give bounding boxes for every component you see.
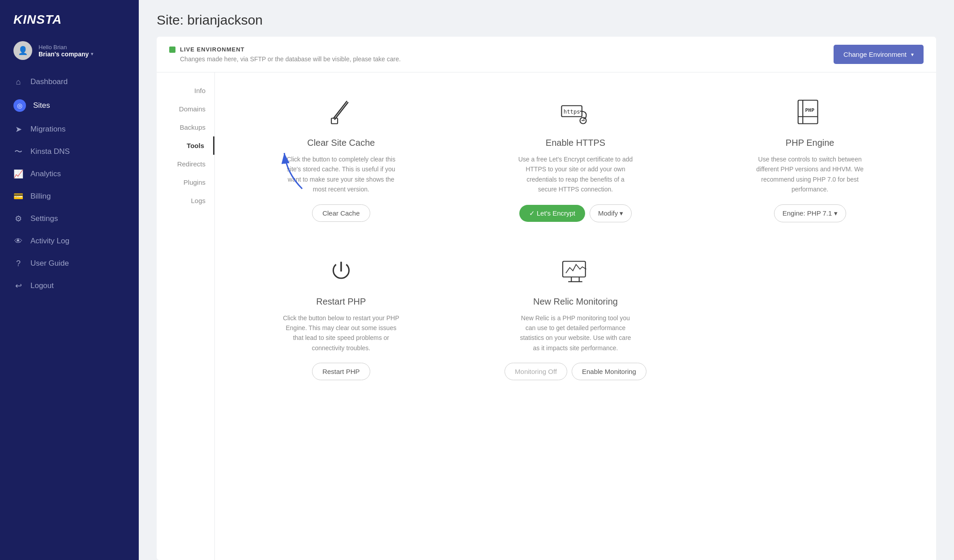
gear-icon: ⚙	[13, 214, 23, 224]
new-relic-title: New Relic Monitoring	[533, 297, 618, 307]
analytics-icon: 📈	[13, 169, 23, 179]
sidebar-item-dashboard[interactable]: ⌂ Dashboard	[0, 71, 139, 93]
tools-grid: Clear Site Cache Click the button to com…	[233, 86, 918, 389]
content-wrapper: Info Domains Backups Tools Redirects Plu…	[157, 72, 936, 560]
env-btn-chevron-icon: ▾	[911, 51, 914, 58]
power-icon	[323, 254, 359, 289]
tool-https: https Enable HTTPS Use a free Let's Encr…	[467, 86, 684, 231]
monitoring-off-button[interactable]: Monitoring Off	[505, 363, 567, 380]
tools-panel: Clear Site Cache Click the button to com…	[215, 72, 936, 560]
user-greeting: Hello Brian	[39, 44, 93, 51]
svg-line-0	[333, 101, 347, 119]
subnav-backups[interactable]: Backups	[157, 118, 214, 136]
php-icon: PHP	[792, 95, 828, 131]
php-engine-title: PHP Engine	[786, 138, 834, 148]
sidebar-item-migrations[interactable]: ➤ Migrations	[0, 118, 139, 140]
brush-icon	[323, 95, 359, 131]
sidebar-item-billing[interactable]: 💳 Billing	[0, 185, 139, 208]
clear-cache-button[interactable]: Clear Cache	[312, 204, 370, 222]
main-content: Site: brianjackson LIVE ENVIRONMENT Chan…	[139, 0, 954, 560]
enable-monitoring-button[interactable]: Enable Monitoring	[572, 363, 646, 380]
subnav-info[interactable]: Info	[157, 81, 214, 100]
sidebar-item-kinsta-dns[interactable]: 〜 Kinsta DNS	[0, 140, 139, 163]
migrations-icon: ➤	[13, 124, 23, 134]
new-relic-desc: New Relic is a PHP monitoring tool you c…	[517, 313, 633, 353]
clear-cache-title: Clear Site Cache	[307, 138, 375, 148]
env-description: Changes made here, via SFTP or the datab…	[180, 55, 401, 63]
modify-button[interactable]: Modify ▾	[590, 204, 632, 222]
subnav-redirects[interactable]: Redirects	[157, 155, 214, 173]
sidebar-item-user-guide[interactable]: ? User Guide	[0, 252, 139, 275]
restart-php-title: Restart PHP	[316, 297, 366, 307]
logout-icon: ↩	[13, 281, 23, 291]
clear-cache-desc: Click the button to completely clear thi…	[283, 154, 399, 195]
sidebar-navigation: ⌂ Dashboard ◎ Sites ➤ Migrations 〜 Kinst…	[0, 71, 139, 306]
subnav-domains[interactable]: Domains	[157, 100, 214, 118]
avatar: 👤	[13, 41, 32, 60]
monitor-icon	[557, 254, 593, 289]
eye-icon: 👁	[13, 236, 23, 246]
dns-icon: 〜	[13, 147, 23, 157]
php-engine-desc: Use these controls to switch between dif…	[752, 154, 868, 195]
svg-text:PHP: PHP	[805, 107, 815, 113]
sidebar-logo: KINSTA	[0, 0, 139, 36]
page-title: Site: brianjackson	[139, 0, 954, 37]
subnav-logs[interactable]: Logs	[157, 191, 214, 210]
subnav-plugins[interactable]: Plugins	[157, 173, 214, 191]
sub-navigation: Info Domains Backups Tools Redirects Plu…	[157, 72, 215, 560]
https-icon: https	[557, 95, 593, 131]
restart-php-desc: Click the button below to restart your P…	[283, 313, 399, 353]
sidebar-item-activity-log[interactable]: 👁 Activity Log	[0, 230, 139, 252]
sidebar-item-settings[interactable]: ⚙ Settings	[0, 208, 139, 230]
tool-new-relic: New Relic Monitoring New Relic is a PHP …	[467, 245, 684, 390]
engine-select-button[interactable]: Engine: PHP 7.1 ▾	[774, 204, 846, 222]
sidebar-user: 👤 Hello Brian Brian's company ▾	[0, 36, 139, 71]
sidebar-item-analytics[interactable]: 📈 Analytics	[0, 163, 139, 185]
tool-php-engine: PHP PHP Engine Use these controls to swi…	[702, 86, 918, 231]
change-environment-button[interactable]: Change Environment ▾	[834, 45, 924, 64]
tool-clear-cache: Clear Site Cache Click the button to com…	[233, 86, 449, 231]
env-label-text: LIVE ENVIRONMENT	[180, 46, 245, 53]
user-company[interactable]: Brian's company ▾	[39, 51, 93, 58]
subnav-tools[interactable]: Tools	[157, 136, 214, 155]
sidebar-item-logout[interactable]: ↩ Logout	[0, 275, 139, 297]
lets-encrypt-button[interactable]: ✓ Let's Encrypt	[519, 205, 585, 222]
svg-line-1	[334, 102, 348, 119]
https-desc: Use a free Let's Encrypt certificate to …	[517, 154, 633, 195]
live-indicator	[169, 47, 175, 53]
company-chevron-icon: ▾	[91, 51, 93, 56]
globe-icon: ◎	[13, 99, 26, 112]
environment-banner: LIVE ENVIRONMENT Changes made here, via …	[157, 37, 936, 72]
https-title: Enable HTTPS	[546, 138, 605, 148]
restart-php-button[interactable]: Restart PHP	[312, 363, 370, 380]
sidebar: KINSTA 👤 Hello Brian Brian's company ▾ ⌂…	[0, 0, 139, 560]
svg-text:https: https	[564, 109, 580, 115]
sidebar-item-sites[interactable]: ◎ Sites	[0, 93, 139, 118]
tool-restart-php: Restart PHP Click the button below to re…	[233, 245, 449, 390]
question-icon: ?	[13, 259, 23, 268]
billing-icon: 💳	[13, 191, 23, 201]
home-icon: ⌂	[13, 77, 23, 87]
